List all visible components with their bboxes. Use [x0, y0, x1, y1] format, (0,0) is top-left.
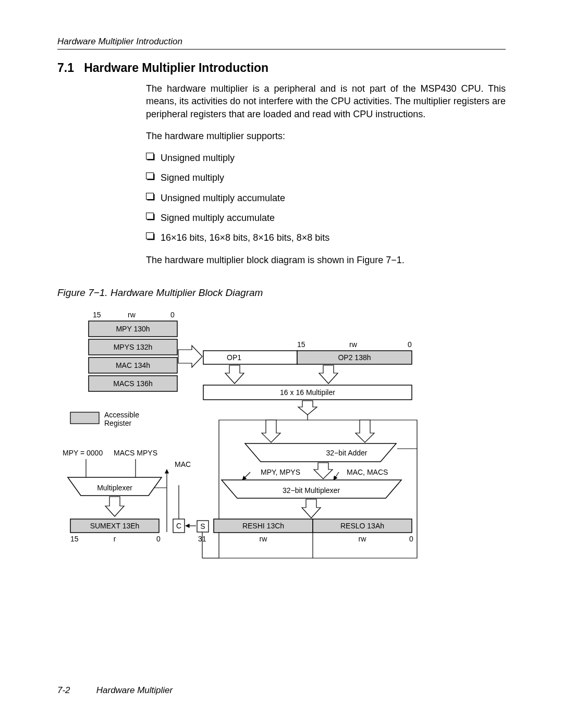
- left-mux-label: Multiplexer: [97, 484, 132, 492]
- list-item: Unsigned multiply: [146, 152, 506, 164]
- bit-label: 0: [170, 311, 175, 319]
- list-item-label: Unsigned multiply: [161, 153, 235, 163]
- list-item-label: Unsigned multiply accumulate: [161, 193, 285, 203]
- op1-label: OP1: [227, 353, 241, 362]
- legend-label: Register: [104, 419, 131, 427]
- block-diagram: 15 rw 0 MPY 130h MPYS 132h MAC 134h MACS…: [57, 308, 506, 581]
- footer-title: Hardware Multiplier: [96, 685, 173, 695]
- register-stack: MPY 130h MPYS 132h MAC 134h MACS 136h: [89, 321, 177, 391]
- arrow-icon: [105, 497, 124, 516]
- s-label: S: [200, 522, 205, 530]
- arrow-icon: [314, 463, 333, 479]
- list-item: 16×16 bits, 16×8 bits, 8×16 bits, 8×8 bi…: [146, 231, 506, 244]
- arrow-icon: [319, 365, 338, 384]
- reg-mpys: MPYS 132h: [114, 343, 153, 351]
- list-item-label: 16×16 bits, 16×8 bits, 8×16 bits, 8×8 bi…: [161, 232, 329, 243]
- checkbox-icon: [146, 172, 154, 179]
- arrow-icon: [302, 499, 321, 518]
- bit-label: rw: [349, 340, 358, 349]
- paragraph-1: The hardware multiplier is a peripheral …: [146, 82, 506, 120]
- bit-label: rw: [260, 535, 268, 543]
- op2-label: OP2 138h: [338, 353, 371, 362]
- figure-caption: Figure 7−1. Hardware Multiplier Block Di…: [57, 287, 506, 299]
- macs-mpys-label: MACS MPYS: [114, 449, 157, 457]
- arrow-icon: [262, 420, 280, 442]
- page: Hardware Multiplier Introduction 7.1 Har…: [0, 0, 563, 717]
- list-item-label: Signed multiply accumulate: [161, 213, 275, 223]
- arrow-icon: [225, 365, 244, 384]
- feature-list: Unsigned multiply Signed multiply Unsign…: [146, 152, 506, 244]
- mac-label: MAC: [175, 460, 191, 468]
- running-header: Hardware Multiplier Introduction: [57, 36, 506, 47]
- list-item-label: Signed multiply: [161, 172, 224, 183]
- bit-label: 15: [297, 340, 305, 349]
- adder: [245, 443, 396, 462]
- bit-label: 15: [93, 311, 101, 319]
- multiplier-label: 16 x 16 Multipiler: [280, 388, 335, 397]
- section-rule: [57, 49, 506, 50]
- page-footer: 7-2 Hardware Multiplier: [57, 685, 506, 696]
- section-title: 7.1 Hardware Multiplier Introduction: [57, 61, 506, 75]
- mpy-mpys-label: MPY, MPYS: [261, 468, 300, 476]
- reg-mac: MAC 134h: [116, 361, 150, 369]
- bit-label: r: [114, 535, 116, 543]
- reshi-label: RESHI 13Ch: [242, 522, 284, 530]
- op1-box: [203, 351, 297, 364]
- section-title-text: Hardware Multiplier Introduction: [84, 61, 268, 75]
- legend-swatch: [70, 412, 99, 424]
- body-column: The hardware multiplier is a peripheral …: [146, 82, 506, 266]
- svg-line-9: [334, 472, 339, 480]
- paragraph-2: The hardware multiplier supports:: [146, 130, 506, 142]
- paragraph-3: The hardware multiplier block diagram is…: [146, 254, 506, 266]
- checkbox-icon: [146, 232, 154, 239]
- bit-label: 0: [409, 535, 413, 543]
- arrow-icon: [356, 420, 374, 442]
- list-item: Signed multiply accumulate: [146, 212, 506, 224]
- checkbox-icon: [146, 193, 154, 200]
- c-label: C: [176, 522, 181, 530]
- adder-label: 32−bit Adder: [326, 449, 367, 457]
- section-number: 7.1: [57, 61, 74, 75]
- bit-label: rw: [128, 311, 136, 319]
- checkbox-icon: [146, 213, 154, 219]
- right-mux-label: 32−bit Multiplexer: [283, 486, 340, 495]
- sumext-label: SUMEXT 13Eh: [90, 522, 140, 530]
- bit-label: 15: [70, 535, 79, 543]
- bit-label: 0: [156, 535, 161, 543]
- legend-label: Accessible: [104, 411, 139, 419]
- mpy-zero-label: MPY = 0000: [63, 449, 103, 457]
- checkbox-icon: [146, 153, 154, 159]
- reg-mpy: MPY 130h: [116, 325, 150, 333]
- arrow-icon: [298, 401, 317, 415]
- list-item: Unsigned multiply accumulate: [146, 192, 506, 204]
- page-number: 7-2: [57, 685, 94, 696]
- bit-label: 0: [408, 340, 412, 349]
- svg-line-8: [242, 472, 250, 480]
- list-item: Signed multiply: [146, 171, 506, 184]
- arrow-icon: [178, 346, 202, 367]
- bit-label: rw: [359, 535, 367, 543]
- reg-macs: MACS 136h: [113, 379, 152, 388]
- reslo-label: RESLO 13Ah: [340, 522, 384, 530]
- mac-macs-label: MAC, MACS: [347, 468, 388, 476]
